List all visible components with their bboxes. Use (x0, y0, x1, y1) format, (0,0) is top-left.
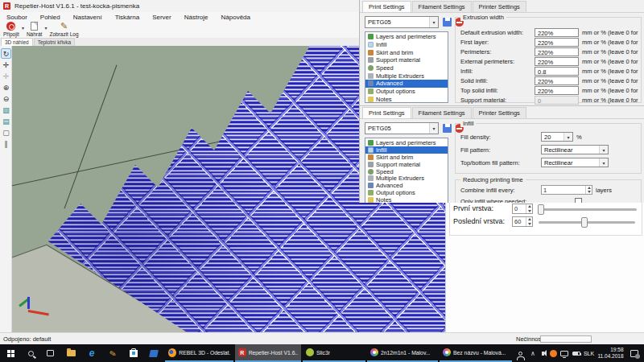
taskbar-repetier-button[interactable]: R Repetier-Host V1.6... (235, 344, 301, 362)
zoom-in-button[interactable]: ⊕ (1, 82, 11, 93)
front-view-button[interactable]: ▤ (1, 116, 11, 126)
page-output-options[interactable]: Output options (365, 189, 448, 196)
fill-pattern-value: Rectilinear (542, 146, 599, 154)
menu-item-pohled[interactable]: Pohled (34, 14, 67, 21)
top-solid-infill-width-input[interactable]: 220% (535, 86, 579, 95)
show-log-button[interactable]: ✎ Zobrazit Log (49, 22, 78, 37)
edge-button[interactable]: e (82, 344, 101, 362)
battery-tray-button[interactable] (570, 344, 582, 362)
perimeters-width-input[interactable]: 220% (535, 47, 579, 56)
taskbar-paint2-button[interactable]: Bez názvu - Malová... (440, 344, 512, 362)
display-tray-button[interactable] (559, 344, 570, 362)
tab-print-settings[interactable]: Print Settings (362, 1, 411, 12)
move-object-icon: ✛ (3, 72, 10, 80)
task-view-button[interactable] (40, 344, 60, 362)
page-multiple-extruders[interactable]: Multiple Extruders (365, 72, 448, 80)
file-explorer-button[interactable] (61, 344, 80, 362)
page-output-options[interactable]: Output options (365, 88, 448, 96)
action-center-button[interactable] (626, 344, 642, 362)
connect-dropdown-icon[interactable]: ▾ (22, 25, 24, 31)
tab-3d-preview[interactable]: 3D náhled (1, 38, 33, 46)
menu-item-nastaveni[interactable]: Nastavení (67, 14, 109, 21)
store-button[interactable] (124, 344, 143, 362)
language-indicator[interactable]: SLK (581, 344, 597, 362)
connect-button[interactable]: Připojit (3, 22, 19, 37)
page-multiple-extruders[interactable]: Multiple Extruders (365, 175, 448, 182)
isometric-view-button[interactable]: ▧ (1, 105, 11, 115)
tab-filament-settings[interactable]: Filament Settings (412, 107, 472, 118)
rotate-view-button[interactable]: ↻ (1, 48, 11, 59)
parallel-projection-button[interactable]: ∥ (1, 138, 11, 149)
first-layer-slider-track[interactable] (539, 208, 637, 211)
setting-label: Top/bottom fill pattern: (460, 159, 541, 167)
antivirus-tray-button[interactable] (548, 344, 559, 362)
tab-print-settings[interactable]: Print Settings (362, 107, 411, 118)
perspective-cube-button[interactable]: ▢ (1, 127, 11, 138)
taskbar-paint1-button[interactable]: 2n12m1n1 - Malov... (367, 344, 438, 362)
first-layer-spinner[interactable]: 0 (512, 204, 533, 214)
page-support-material[interactable]: Support material (365, 161, 448, 168)
tab-temperature-curve[interactable]: Teplotní křivka (34, 38, 76, 46)
solid-infill-width-input[interactable]: 220% (535, 76, 579, 85)
page-advanced[interactable]: Advanced (365, 80, 448, 88)
page-notes[interactable]: Notes (365, 196, 448, 203)
task-view-icon (47, 350, 54, 356)
page-infill[interactable]: Infill (365, 41, 448, 49)
paint-app-button[interactable]: ✎ (103, 344, 122, 362)
only-infill-where-needed-checkbox[interactable] (575, 198, 582, 204)
search-button[interactable] (21, 344, 40, 362)
first-layer-slider-handle[interactable] (538, 204, 544, 215)
fill-density-combo[interactable]: 20 ▾ (541, 132, 573, 142)
load-dropdown-icon[interactable]: ▾ (44, 25, 47, 31)
default-extrusion-width-input[interactable]: 220% (535, 28, 579, 37)
menu-item-soubor[interactable]: Soubor (0, 14, 34, 21)
tab-printer-settings[interactable]: Printer Settings (473, 107, 526, 118)
infill-width-input[interactable]: 0.8 (535, 67, 579, 76)
start-button[interactable] (0, 344, 21, 362)
page-support-material[interactable]: Support material (365, 56, 448, 64)
spinner-arrows[interactable] (585, 186, 592, 194)
combine-infill-spinner[interactable]: 1 (541, 185, 592, 195)
first-layer-width-input[interactable]: 220% (535, 38, 579, 47)
menu-item-tiskarna[interactable]: Tiskárna (109, 14, 146, 21)
page-advanced[interactable]: Advanced (365, 182, 448, 189)
people-button[interactable] (514, 344, 526, 362)
tab-filament-settings[interactable]: Filament Settings (412, 1, 472, 12)
show-hidden-icons-button[interactable]: ∧ (528, 344, 538, 362)
save-preset-button[interactable] (442, 123, 452, 134)
spinner-arrows[interactable] (526, 204, 532, 213)
menu-item-napoveda[interactable]: Nápověda (215, 14, 257, 21)
last-layer-slider-handle[interactable] (581, 217, 588, 228)
move-object-button[interactable]: ✛ (1, 71, 11, 81)
menu-item-nastroje[interactable]: Nástroje (178, 14, 215, 21)
volume-button[interactable] (538, 344, 548, 362)
page-speed[interactable]: Speed (365, 64, 448, 72)
setting-unit: mm or % (leave 0 for default) (582, 48, 639, 56)
zoom-out-button[interactable]: ⊖ (1, 93, 11, 104)
preset-combo[interactable]: PETG05 ▾ (365, 122, 439, 134)
page-infill[interactable]: Infill (365, 146, 448, 154)
page-speed[interactable]: Speed (365, 168, 448, 175)
support-material-width-input: 0 (535, 96, 579, 105)
clock[interactable]: 19:5811.04.2018 (597, 344, 625, 362)
move-view-button[interactable]: ✛ (1, 60, 11, 70)
fill-pattern-combo[interactable]: Rectilinear ▾ (541, 145, 609, 154)
last-layer-spinner[interactable]: 60 (512, 216, 533, 227)
taskbar-slic3r-button[interactable]: Slic3r (303, 344, 365, 362)
page-layers-and-perimeters[interactable]: Layers and perimeters (365, 139, 448, 146)
menu-item-server[interactable]: Server (146, 14, 178, 21)
load-button[interactable]: Náhrát (27, 22, 43, 37)
top-bottom-fill-pattern-combo[interactable]: Rectilinear ▾ (541, 158, 609, 167)
spinner-arrows[interactable] (526, 217, 532, 226)
page-skirt-and-brim[interactable]: Skirt and brim (365, 48, 448, 56)
taskbar-firefox-button[interactable]: REBEL 3D - Odeslat... (165, 344, 233, 362)
save-preset-button[interactable] (442, 17, 452, 27)
page-notes[interactable]: Notes (365, 96, 448, 104)
slic3r-icon (306, 348, 314, 356)
page-layers-and-perimeters[interactable]: Layers and perimeters (365, 33, 448, 41)
external-perimeters-width-input[interactable]: 220% (535, 57, 579, 66)
page-skirt-and-brim[interactable]: Skirt and brim (365, 154, 448, 161)
blue-app-button[interactable] (145, 344, 163, 362)
tab-printer-settings[interactable]: Printer Settings (473, 1, 526, 12)
preset-combo[interactable]: PETG05 ▾ (365, 16, 439, 28)
